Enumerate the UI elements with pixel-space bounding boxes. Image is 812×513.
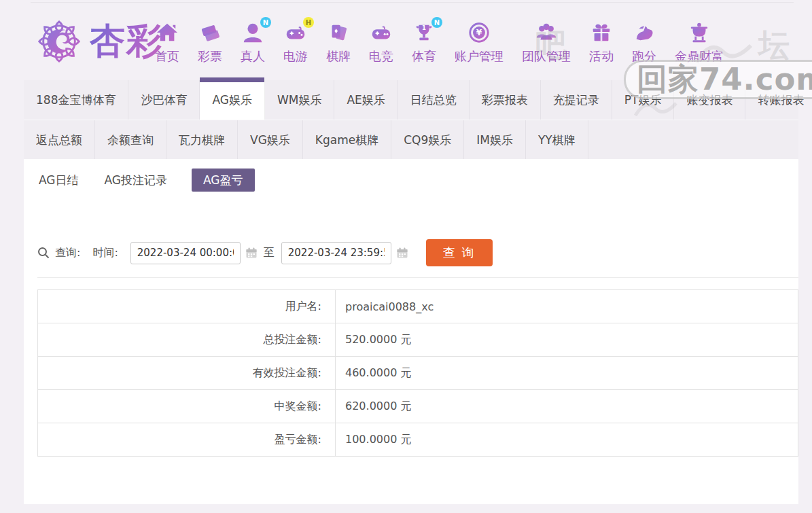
query-label: 查询: — [55, 246, 80, 260]
nav-item-label: 电竞 — [369, 48, 393, 65]
report-tab[interactable]: PT娱乐 — [612, 80, 675, 120]
report-row: 中奖金额: 620.0000 元 — [38, 390, 798, 423]
nav-item-2[interactable]: 彩票 — [198, 20, 222, 65]
trophy-icon: 1N — [412, 20, 436, 45]
report-tab[interactable]: 充提记录 — [541, 80, 612, 120]
live-person-icon: N — [241, 20, 265, 45]
tab-row-1: 188金宝博体育沙巴体育AG娱乐WM娱乐AE娱乐日结总览彩票报表充提记录PT娱乐… — [24, 80, 798, 120]
ag-subtab[interactable]: AG盈亏 — [192, 169, 255, 192]
report-row-label: 总投注金额: — [38, 323, 336, 357]
nav-item-7[interactable]: 1N 体育 — [412, 20, 436, 65]
svg-text:¥: ¥ — [476, 28, 482, 37]
report-row: 盈亏金额: 100.0000 元 — [38, 423, 798, 457]
report-row-value: 460.0000 元 — [336, 357, 798, 390]
report-row-value: 100.0000 元 — [336, 423, 798, 457]
nav-item-label: 体育 — [412, 48, 436, 65]
profit-report-table: 用户名: proaicai0088_xc 总投注金额: 520.0000 元 有… — [37, 289, 798, 457]
report-tab[interactable]: 转账报表 — [745, 80, 812, 120]
search-icon — [37, 247, 50, 259]
nav-item-label: 电游 — [283, 48, 308, 65]
report-tab[interactable]: 日结总览 — [398, 80, 470, 120]
cards-icon — [326, 20, 351, 45]
report-row-value: 620.0000 元 — [336, 390, 798, 423]
home-icon — [155, 20, 179, 45]
nav-item-3[interactable]: N 真人 — [241, 20, 265, 65]
calendar-icon[interactable] — [396, 247, 408, 259]
start-datetime-input[interactable] — [130, 242, 241, 264]
nav-item-label: 跑分 — [632, 48, 656, 65]
report-tab[interactable]: CQ9娱乐 — [391, 120, 464, 159]
report-tab[interactable]: 余额查询 — [95, 120, 166, 159]
brand-name: 杏彩 — [90, 18, 163, 65]
calendar-icon[interactable] — [245, 247, 258, 259]
report-tab[interactable]: 返点总额 — [24, 120, 95, 159]
nav-item-8[interactable]: ¥ 账户管理 — [455, 20, 504, 65]
gift-icon — [589, 20, 614, 45]
report-tabbar: 188金宝博体育沙巴体育AG娱乐WM娱乐AE娱乐日结总览彩票报表充提记录PT娱乐… — [24, 80, 798, 159]
time-label: 时间: — [92, 246, 118, 260]
team-icon — [534, 20, 559, 45]
report-tab[interactable]: 彩票报表 — [470, 80, 541, 120]
nav-item-label: 真人 — [241, 48, 265, 65]
gamepad-icon: H — [283, 20, 308, 45]
main-nav: 首页 彩票 N 真人 H 电游 棋牌 电竞 1N 体育 ¥ 账户管理 团队管理 … — [155, 20, 724, 65]
end-datetime-input[interactable] — [281, 242, 391, 264]
nav-item-9[interactable]: 团队管理 — [522, 20, 571, 65]
nav-badge-new: N — [260, 17, 271, 28]
to-label: 至 — [264, 246, 275, 260]
nav-item-label: 首页 — [155, 48, 179, 65]
nav-item-10[interactable]: 活动 — [589, 20, 614, 65]
report-row-label: 盈亏金额: — [38, 423, 336, 457]
report-row: 用户名: proaicai0088_xc — [38, 290, 798, 323]
brand-logo[interactable]: 杏彩 — [35, 18, 163, 65]
report-row-label: 有效投注金额: — [38, 357, 336, 390]
nav-item-label: 账户管理 — [455, 48, 504, 65]
report-row-label: 用户名: — [38, 290, 336, 323]
report-row-value: proaicai0088_xc — [336, 290, 798, 323]
svg-text:1: 1 — [422, 24, 426, 31]
nav-item-1[interactable]: 首页 — [155, 20, 179, 65]
nav-item-11[interactable]: 跑分 — [632, 20, 656, 65]
content-panel: AG日结AG投注记录AG盈亏 查询: 时间: 至 — [24, 159, 798, 504]
nav-badge-new: N — [431, 17, 442, 28]
lottery-ticket-icon — [198, 20, 222, 45]
yuan-coin-icon: ¥ — [467, 20, 491, 45]
report-tab[interactable]: AE娱乐 — [334, 80, 398, 120]
logo-flower-icon — [35, 18, 83, 65]
report-tab[interactable]: WM娱乐 — [265, 80, 334, 120]
report-tab[interactable]: IM娱乐 — [464, 120, 526, 159]
ag-subtab[interactable]: AG日结 — [37, 169, 80, 192]
nav-item-label: 金鼎财富 — [675, 48, 724, 65]
query-button[interactable]: 查 询 — [426, 239, 493, 266]
report-row: 总投注金额: 520.0000 元 — [38, 323, 798, 357]
report-row: 有效投注金额: 460.0000 元 — [38, 357, 798, 390]
search-toolbar: 查询: 时间: 至 查 询 — [37, 239, 798, 278]
nav-item-label: 棋牌 — [326, 48, 351, 65]
esports-icon — [369, 20, 393, 45]
nav-item-label: 活动 — [589, 48, 614, 65]
wealth-urn-icon — [687, 20, 711, 45]
report-tab[interactable]: Kgame棋牌 — [303, 120, 391, 159]
report-tab[interactable]: 账变报表 — [674, 80, 745, 120]
report-tab[interactable]: YY棋牌 — [526, 120, 588, 159]
ag-subtab[interactable]: AG投注记录 — [103, 169, 169, 192]
nav-item-label: 团队管理 — [522, 48, 571, 65]
report-row-label: 中奖金额: — [38, 390, 336, 423]
report-tab[interactable]: AG娱乐 — [200, 80, 265, 120]
report-tab[interactable]: 沙巴体育 — [128, 80, 200, 120]
tab-row-2: 返点总额余额查询瓦力棋牌VG娱乐Kgame棋牌CQ9娱乐IM娱乐YY棋牌 — [24, 120, 798, 159]
nav-item-label: 彩票 — [198, 48, 222, 65]
report-tab[interactable]: 188金宝博体育 — [24, 80, 128, 120]
nav-item-4[interactable]: H 电游 — [283, 20, 308, 65]
header-top-divider — [31, 2, 794, 3]
report-tab[interactable]: VG娱乐 — [238, 120, 303, 159]
report-row-value: 520.0000 元 — [336, 323, 798, 357]
nav-item-6[interactable]: 电竞 — [369, 20, 393, 65]
horse-icon — [632, 20, 656, 45]
nav-item-5[interactable]: 棋牌 — [326, 20, 351, 65]
header: 杏彩 首页 彩票 N 真人 H 电游 棋牌 电竞 1N 体育 ¥ 账户管理 团队… — [0, 5, 812, 80]
nav-item-12[interactable]: 金鼎财富 — [675, 20, 724, 65]
nav-badge-hot: H — [303, 17, 314, 28]
ag-subtabs: AG日结AG投注记录AG盈亏 — [24, 159, 798, 192]
report-tab[interactable]: 瓦力棋牌 — [166, 120, 238, 159]
